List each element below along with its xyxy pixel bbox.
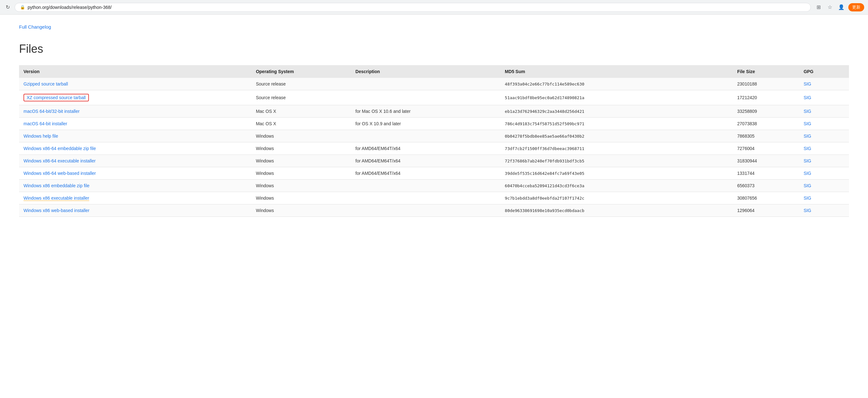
reload-button[interactable]: ↻ [4,3,11,11]
file-link[interactable]: Windows x86 executable installer [24,196,89,201]
sig-link[interactable]: SIG [804,81,811,86]
sig-link[interactable]: SIG [804,208,811,213]
sig-link[interactable]: SIG [804,95,811,100]
sig-link[interactable]: SIG [804,158,811,163]
os-cell: Source release [251,78,351,90]
md5-cell: 786c4d9183c754f58751d52f509bc971 [500,118,733,130]
sig-link[interactable]: SIG [804,183,811,188]
sig-link[interactable]: SIG [804,134,811,139]
version-cell-highlighted: XZ compressed source tarball [19,90,251,105]
update-button[interactable]: 更新 [848,3,864,11]
table-row: Windows x86-64 executable installerWindo… [19,155,849,167]
sig-link[interactable]: SIG [804,109,811,114]
full-changelog-link[interactable]: Full Changelog [19,24,51,30]
version-cell: Windows x86 executable installer [19,192,251,204]
sig-link[interactable]: SIG [804,146,811,151]
version-cell: Gzipped source tarball [19,78,251,90]
profile-icon: 👤 [838,4,844,10]
browser-right-icons: ⊞ ☆ 👤 更新 [814,3,864,12]
size-cell: 31830944 [733,155,799,167]
version-cell: Windows x86 embeddable zip file [19,180,251,192]
lock-icon: 🔒 [20,5,25,9]
profile-icon-button[interactable]: 👤 [837,3,846,12]
version-cell: Windows help file [19,130,251,142]
table-row: Windows help fileWindows0b04278f5bdb8ee8… [19,130,849,142]
star-icon: ☆ [828,4,832,10]
file-link[interactable]: Gzipped source tarball [24,81,68,86]
md5-cell: 60470b4cceba52094121d43cd3f6ce3a [500,180,733,192]
md5-cell: 72f37686b7ab240ef70fdb931bdf3cb5 [500,155,733,167]
file-link[interactable]: macOS 64-bit installer [24,121,67,126]
sig-link[interactable]: SIG [804,196,811,201]
size-cell: 23010188 [733,78,799,90]
version-cell: macOS 64-bit/32-bit installer [19,105,251,118]
file-link[interactable]: Windows x86 embeddable zip file [24,183,90,188]
url-text: python.org/downloads/release/python-368/ [28,5,805,10]
table-row: Windows x86 embeddable zip fileWindows60… [19,180,849,192]
files-table: Version Operating System Description MD5… [19,65,849,217]
description-cell [351,130,501,142]
sig-link[interactable]: SIG [804,121,811,126]
version-cell: Windows x86-64 web-based installer [19,167,251,180]
page-content: Full Changelog Files Version Operating S… [0,15,868,398]
file-link[interactable]: XZ compressed source tarball [27,95,86,100]
gpg-cell: SIG [799,180,849,192]
header-md5: MD5 Sum [500,65,733,78]
os-cell: Windows [251,142,351,155]
size-cell: 27073838 [733,118,799,130]
os-cell: Source release [251,90,351,105]
header-os: Operating System [251,65,351,78]
gpg-cell: SIG [799,142,849,155]
file-link[interactable]: Windows help file [24,134,58,139]
header-size: File Size [733,65,799,78]
md5-cell: 73df7cb2f1500ff36d7dbeeac3968711 [500,142,733,155]
file-link[interactable]: macOS 64-bit/32-bit installer [24,109,80,114]
version-cell: Windows x86 web-based installer [19,204,251,217]
version-cell: Windows x86-64 embeddable zip file [19,142,251,155]
os-cell: Windows [251,180,351,192]
header-description: Description [351,65,501,78]
translate-icon-button[interactable]: ⊞ [814,3,823,12]
file-link[interactable]: Windows x86-64 embeddable zip file [24,146,96,151]
md5-cell: 51aac91bdf8be95ec0a62d174890821a [500,90,733,105]
table-row: Windows x86 executable installerWindows9… [19,192,849,204]
description-cell [351,78,501,90]
bookmark-icon-button[interactable]: ☆ [826,3,834,12]
md5-cell: 39dde5f535c16d642e84fc7a69f43e05 [500,167,733,180]
gpg-cell: SIG [799,192,849,204]
description-cell: for OS X 10.9 and later [351,118,501,130]
gpg-cell: SIG [799,204,849,217]
size-cell: 30807656 [733,192,799,204]
gpg-cell: SIG [799,167,849,180]
table-row: Windows x86-64 embeddable zip fileWindow… [19,142,849,155]
size-cell: 1296064 [733,204,799,217]
gpg-cell: SIG [799,155,849,167]
file-link[interactable]: Windows x86 web-based installer [24,208,90,213]
gpg-cell: SIG [799,105,849,118]
md5-cell: 80de96338691698e10a935ecd0bdaacb [500,204,733,217]
address-bar[interactable]: 🔒 python.org/downloads/release/python-36… [14,3,811,12]
description-cell: for AMD64/EM64T/x64 [351,167,501,180]
size-cell: 1331744 [733,167,799,180]
table-row: Gzipped source tarballSource release48f3… [19,78,849,90]
reload-icon: ↻ [6,4,10,10]
table-row: XZ compressed source tarballSource relea… [19,90,849,105]
description-cell: for AMD64/EM64T/x64 [351,142,501,155]
gpg-cell: SIG [799,78,849,90]
file-link[interactable]: Windows x86-64 executable installer [24,158,96,163]
file-link[interactable]: Windows x86-64 web-based installer [24,171,96,176]
md5-cell: 0b04278f5bdb8ee85ae5ae66af0430b2 [500,130,733,142]
translate-icon: ⊞ [816,4,821,10]
browser-toolbar: ↻ 🔒 python.org/downloads/release/python-… [0,0,868,15]
description-cell [351,180,501,192]
table-row: macOS 64-bit/32-bit installerMac OS Xfor… [19,105,849,118]
gpg-cell: SIG [799,130,849,142]
sig-link[interactable]: SIG [804,171,811,176]
table-row: Windows x86 web-based installerWindows80… [19,204,849,217]
header-gpg: GPG [799,65,849,78]
os-cell: Mac OS X [251,118,351,130]
size-cell: 7276004 [733,142,799,155]
os-cell: Windows [251,192,351,204]
table-row: Windows x86-64 web-based installerWindow… [19,167,849,180]
os-cell: Windows [251,130,351,142]
